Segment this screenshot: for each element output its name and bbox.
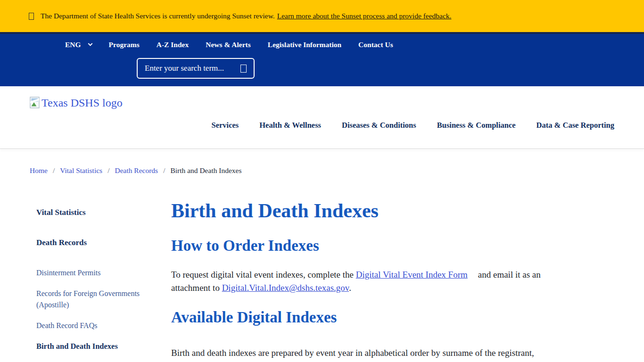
available-indexes-paragraph: Birth and death indexes are prepared by …	[171, 346, 550, 360]
site-logo-link[interactable]: Texas DSHS logo	[30, 97, 123, 109]
sidebar-item-death-record-faqs[interactable]: Death Record FAQs	[36, 320, 149, 331]
search-input[interactable]: Enter your search term...	[137, 58, 255, 79]
language-dropdown[interactable]: ENG	[65, 41, 92, 49]
breadcrumb-home[interactable]: Home	[30, 166, 48, 175]
section-heading-available-digital-indexes: Available Digital Indexes	[171, 308, 550, 327]
main-content: Birth and Death Indexes How to Order Ind…	[171, 198, 578, 362]
nav-item-data-case-reporting[interactable]: Data & Case Reporting	[537, 121, 614, 130]
language-label: ENG	[65, 41, 81, 49]
paragraph-text: .	[349, 283, 351, 293]
sidebar-item-birth-death-indexes[interactable]: Birth and Death Indexes	[36, 341, 149, 352]
sidebar-item-disinterment-permits[interactable]: Disinterment Permits	[36, 267, 149, 279]
breadcrumb-separator: /	[107, 166, 109, 175]
nav-item-diseases-conditions[interactable]: Diseases & Conditions	[342, 121, 416, 130]
section-heading-how-to-order: How to Order Indexes	[171, 236, 550, 255]
utilnav-item-news-alerts[interactable]: News & Alerts	[206, 41, 251, 49]
utilnav-item-contact-us[interactable]: Contact Us	[358, 41, 393, 49]
paragraph-text: To request digital vital event indexes, …	[171, 270, 356, 280]
broken-image-icon	[30, 97, 41, 109]
breadcrumb-current-page: Birth and Death Indexes	[170, 166, 241, 175]
utilnav-item-programs[interactable]: Programs	[109, 41, 140, 49]
alert-text: The Department of State Health Services …	[41, 12, 275, 20]
nav-item-services[interactable]: Services	[211, 121, 239, 130]
digital-vital-index-email-link[interactable]: Digital.Vital.Index@dshs.texas.gov	[222, 283, 349, 293]
alert-banner: The Department of State Health Services …	[0, 0, 644, 32]
search-icon[interactable]	[240, 65, 247, 73]
chevron-down-icon	[88, 41, 92, 46]
nav-item-business-compliance[interactable]: Business & Compliance	[437, 121, 516, 130]
breadcrumb-death-records[interactable]: Death Records	[115, 166, 158, 175]
breadcrumb-separator: /	[53, 166, 55, 175]
logo-alt-text: Texas DSHS logo	[41, 97, 123, 109]
sidebar-item-vital-statistics[interactable]: Vital Statistics	[36, 207, 149, 218]
content-area: Vital Statistics Death Records Disinterm…	[0, 198, 644, 362]
nav-item-health-wellness[interactable]: Health & Wellness	[259, 121, 321, 130]
utility-navbar: ENG Programs A-Z Index News & Alerts Leg…	[0, 32, 644, 86]
primary-nav: Services Health & Wellness Diseases & Co…	[211, 121, 614, 130]
utilnav-item-legislative-information[interactable]: Legislative Information	[268, 41, 341, 49]
sidebar-item-records-foreign-governments[interactable]: Records for Foreign Governments (Apostil…	[36, 288, 149, 311]
left-sidebar: Vital Statistics Death Records Disinterm…	[0, 198, 171, 362]
sunset-feedback-link[interactable]: Learn more about the Sunset process and …	[277, 12, 452, 20]
search-placeholder: Enter your search term...	[145, 64, 224, 73]
alert-icon	[29, 13, 34, 20]
breadcrumb-separator: /	[163, 166, 165, 175]
breadcrumb-vital-statistics[interactable]: Vital Statistics	[60, 166, 102, 175]
utilnav-item-az-index[interactable]: A-Z Index	[157, 41, 189, 49]
site-header: Texas DSHS logo Services Health & Wellne…	[0, 86, 644, 148]
sidebar-item-death-records[interactable]: Death Records	[36, 237, 149, 248]
how-to-order-paragraph: To request digital vital event indexes, …	[171, 268, 550, 295]
digital-vital-event-index-form-link[interactable]: Digital Vital Event Index Form	[356, 270, 468, 280]
page-title: Birth and Death Indexes	[171, 198, 550, 223]
breadcrumb: Home / Vital Statistics / Death Records …	[0, 149, 644, 175]
